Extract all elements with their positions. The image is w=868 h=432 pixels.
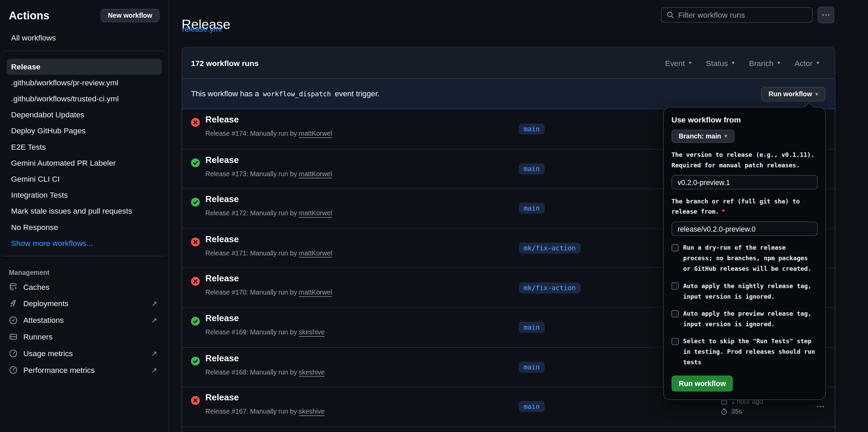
filter-actor-dropdown[interactable]: Actor▾ — [795, 59, 819, 67]
filter-workflow-runs — [661, 7, 813, 23]
x-circle-icon — [191, 237, 200, 246]
chevron-down-icon: ▾ — [732, 60, 734, 66]
cache-icon — [9, 282, 18, 291]
run-title-link[interactable]: Release — [205, 313, 239, 323]
actor-link[interactable]: skeshive — [299, 368, 325, 376]
external-link-icon: ↗ — [151, 349, 157, 358]
ref-field-label: The branch or ref (full git sha) to rele… — [671, 196, 818, 217]
sidebar-item-label: Attestations — [23, 316, 64, 325]
x-circle-icon — [191, 277, 200, 286]
run-description: Release #168: Manually run by skeshive — [205, 368, 325, 376]
sidebar-item-workflow[interactable]: E2E Tests — [7, 139, 162, 155]
actor-link[interactable]: mattKorwel — [299, 249, 332, 257]
new-workflow-button[interactable]: New workflow — [101, 9, 159, 22]
skip-tests-option: Select to skip the "Run Tests" step in t… — [671, 336, 818, 368]
run-description: Release #174: Manually run by mattKorwel — [205, 130, 332, 137]
check-circle-icon — [191, 356, 200, 365]
nightly-tag-checkbox[interactable] — [671, 282, 679, 289]
preview-tag-checkbox[interactable] — [671, 310, 679, 317]
status-icon — [191, 277, 200, 286]
verified-badge-icon — [9, 316, 18, 325]
sidebar-item-workflow[interactable]: Dependabot Updates — [7, 107, 162, 123]
sidebar-item-performance-metrics[interactable]: Performance metrics ↗ — [0, 362, 168, 378]
actor-link[interactable]: mattKorwel — [299, 170, 332, 178]
actor-link[interactable]: mattKorwel — [299, 289, 332, 297]
workflow-list: Release .github/workflows/pr-review.yml … — [0, 59, 168, 252]
branch-pill[interactable]: mk/fix-action — [519, 282, 581, 294]
show-more-workflows-link[interactable]: Show more workflows... — [7, 235, 162, 251]
run-options-kebab-button[interactable] — [814, 400, 827, 413]
external-link-icon: ↗ — [151, 366, 157, 374]
sidebar-item-workflow[interactable]: No Response — [7, 219, 162, 235]
dry-run-checkbox[interactable] — [671, 244, 679, 251]
status-icon — [191, 118, 200, 127]
status-icon — [191, 198, 200, 207]
sidebar-item-label: Caches — [23, 282, 49, 291]
sidebar-item-release[interactable]: Release — [7, 59, 162, 75]
sidebar-divider — [3, 50, 166, 51]
sidebar-item-attestations[interactable]: Attestations ↗ — [0, 312, 168, 329]
branch-selector-button[interactable]: Branch: main▾ — [671, 130, 734, 143]
actor-link[interactable]: skeshive — [299, 408, 325, 416]
run-title-link[interactable]: Release — [205, 115, 239, 124]
status-icon — [191, 356, 200, 365]
sidebar-item-all-workflows[interactable]: All workflows — [7, 30, 162, 46]
workflow-nav: All workflows — [0, 30, 168, 46]
sidebar-item-label: Performance metrics — [23, 366, 95, 375]
run-workflow-dropdown-button[interactable]: Run workflow▾ — [761, 87, 825, 101]
chevron-down-icon: ▾ — [777, 60, 780, 66]
stopwatch-icon — [720, 408, 728, 416]
branch-pill[interactable]: main — [519, 123, 545, 135]
sidebar-item-workflow[interactable]: Deploy GitHub Pages — [7, 123, 162, 139]
sidebar-item-workflow[interactable]: Gemini CLI CI — [7, 171, 162, 187]
branch-pill[interactable]: main — [519, 163, 545, 175]
workflow-options-kebab-button[interactable] — [818, 7, 834, 23]
sidebar-item-workflow[interactable]: Gemini Automated PR Labeler — [7, 155, 162, 171]
branch-pill[interactable]: main — [519, 362, 545, 373]
required-asterisk: * — [721, 208, 725, 215]
run-description: Release #172: Manually run by mattKorwel — [205, 210, 332, 217]
sidebar-item-workflow[interactable]: Mark stale issues and pull requests — [7, 203, 162, 219]
sidebar-item-deployments[interactable]: Deployments ↗ — [0, 295, 168, 312]
filter-event-dropdown[interactable]: Event▾ — [665, 59, 692, 67]
run-workflow-panel-title: Use workflow from — [671, 115, 818, 124]
actor-link[interactable]: mattKorwel — [299, 130, 332, 137]
version-input[interactable] — [671, 175, 818, 189]
ref-input[interactable] — [671, 221, 818, 236]
skip-tests-checkbox[interactable] — [671, 338, 679, 345]
sidebar-item-usage-metrics[interactable]: Usage metrics ↗ — [0, 345, 168, 362]
rocket-icon — [9, 299, 18, 308]
workflow-file-link[interactable]: release.yml — [182, 24, 222, 33]
branch-pill[interactable]: mk/fix-action — [519, 243, 581, 254]
filter-branch-dropdown[interactable]: Branch▾ — [749, 59, 780, 67]
checkbox-label: Auto apply the preview release tag, inpu… — [683, 309, 818, 330]
sidebar-item-workflow[interactable]: .github/workflows/trusted-ci.yml — [7, 91, 162, 107]
checkbox-label: Select to skip the "Run Tests" step in t… — [683, 336, 818, 368]
sidebar-item-caches[interactable]: Caches ↗ — [0, 279, 168, 295]
run-description: Release #169: Manually run by skeshive — [205, 328, 325, 336]
branch-pill[interactable]: main — [519, 401, 545, 413]
management-list: Caches ↗ Deployments ↗ Attestations ↗ — [0, 279, 168, 378]
run-title-link[interactable]: Release — [205, 195, 239, 204]
run-title-link[interactable]: Release — [205, 155, 239, 165]
actor-link[interactable]: skeshive — [299, 328, 325, 336]
branch-pill[interactable]: main — [519, 203, 545, 214]
sidebar-item-workflow[interactable]: Integration Tests — [7, 187, 162, 203]
kebab-horizontal-icon — [816, 402, 825, 411]
dry-run-option: Run a dry-run of the release process; no… — [671, 243, 818, 274]
run-title-link[interactable]: Release — [205, 393, 239, 403]
filter-status-dropdown[interactable]: Status▾ — [706, 59, 734, 67]
search-icon — [666, 11, 675, 19]
branch-pill[interactable]: main — [519, 322, 545, 333]
run-title-link[interactable]: Release — [205, 234, 239, 244]
status-icon — [191, 158, 200, 167]
sidebar-item-workflow[interactable]: .github/workflows/pr-review.yml — [7, 75, 162, 91]
status-icon — [191, 317, 200, 326]
filter-workflow-runs-input[interactable] — [661, 7, 813, 23]
run-title-link[interactable]: Release — [205, 274, 239, 284]
actor-link[interactable]: mattKorwel — [299, 210, 332, 217]
actions-page: Actions New workflow All workflows Relea… — [0, 0, 868, 432]
run-workflow-submit-button[interactable]: Run workflow — [671, 376, 733, 392]
run-title-link[interactable]: Release — [205, 353, 239, 363]
sidebar-item-runners[interactable]: Runners ↗ — [0, 329, 168, 345]
